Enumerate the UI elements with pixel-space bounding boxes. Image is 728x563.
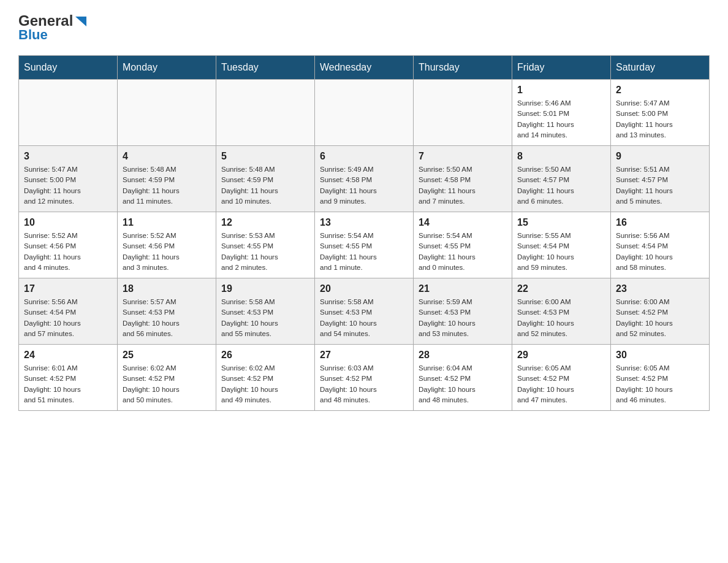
calendar-day-cell: 11Sunrise: 5:52 AM Sunset: 4:56 PM Dayli… <box>118 212 216 278</box>
day-number: 7 <box>419 151 507 162</box>
day-info: Sunrise: 6:02 AM Sunset: 4:52 PM Dayligh… <box>123 363 211 405</box>
day-info: Sunrise: 5:59 AM Sunset: 4:53 PM Dayligh… <box>419 297 507 339</box>
day-info: Sunrise: 5:46 AM Sunset: 5:01 PM Dayligh… <box>517 98 605 140</box>
day-number: 2 <box>616 85 704 96</box>
day-info: Sunrise: 5:51 AM Sunset: 4:57 PM Dayligh… <box>616 164 704 207</box>
day-info: Sunrise: 5:56 AM Sunset: 4:54 PM Dayligh… <box>24 297 112 339</box>
day-info: Sunrise: 6:00 AM Sunset: 4:53 PM Dayligh… <box>517 297 605 339</box>
day-number: 9 <box>616 151 704 162</box>
calendar-day-cell: 20Sunrise: 5:58 AM Sunset: 4:53 PM Dayli… <box>315 278 414 345</box>
calendar-day-header: Sunday <box>19 56 118 80</box>
calendar-day-header: Friday <box>512 56 611 80</box>
day-info: Sunrise: 6:04 AM Sunset: 4:52 PM Dayligh… <box>419 363 507 405</box>
day-info: Sunrise: 5:52 AM Sunset: 4:56 PM Dayligh… <box>123 231 211 273</box>
day-number: 5 <box>221 151 309 162</box>
page-header: General Blue <box>18 12 710 43</box>
day-info: Sunrise: 6:01 AM Sunset: 4:52 PM Dayligh… <box>24 363 112 405</box>
calendar-day-cell: 9Sunrise: 5:51 AM Sunset: 4:57 PM Daylig… <box>611 146 710 212</box>
calendar-day-header: Wednesday <box>315 56 414 80</box>
calendar-day-cell: 10Sunrise: 5:52 AM Sunset: 4:56 PM Dayli… <box>19 212 118 278</box>
day-info: Sunrise: 5:57 AM Sunset: 4:53 PM Dayligh… <box>123 297 211 339</box>
calendar-day-cell: 25Sunrise: 6:02 AM Sunset: 4:52 PM Dayli… <box>118 345 216 411</box>
day-number: 28 <box>419 350 507 361</box>
calendar-table: SundayMondayTuesdayWednesdayThursdayFrid… <box>18 55 710 411</box>
day-number: 17 <box>24 283 112 294</box>
day-info: Sunrise: 5:47 AM Sunset: 5:00 PM Dayligh… <box>616 98 704 140</box>
day-number: 10 <box>24 217 112 228</box>
calendar-day-cell: 14Sunrise: 5:54 AM Sunset: 4:55 PM Dayli… <box>414 212 512 278</box>
calendar-week-row: 10Sunrise: 5:52 AM Sunset: 4:56 PM Dayli… <box>19 212 710 278</box>
day-number: 24 <box>24 350 112 361</box>
calendar-day-header: Tuesday <box>216 56 315 80</box>
day-number: 14 <box>419 217 507 228</box>
calendar-day-cell <box>216 80 315 146</box>
day-info: Sunrise: 6:05 AM Sunset: 4:52 PM Dayligh… <box>616 363 704 405</box>
calendar-header-row: SundayMondayTuesdayWednesdayThursdayFrid… <box>19 56 710 80</box>
calendar-week-row: 1Sunrise: 5:46 AM Sunset: 5:01 PM Daylig… <box>19 80 710 146</box>
calendar-day-header: Saturday <box>611 56 710 80</box>
day-info: Sunrise: 6:02 AM Sunset: 4:52 PM Dayligh… <box>221 363 309 405</box>
calendar-day-cell: 30Sunrise: 6:05 AM Sunset: 4:52 PM Dayli… <box>611 345 710 411</box>
day-info: Sunrise: 5:48 AM Sunset: 4:59 PM Dayligh… <box>221 164 309 207</box>
calendar-day-cell: 12Sunrise: 5:53 AM Sunset: 4:55 PM Dayli… <box>216 212 315 278</box>
day-number: 12 <box>221 217 309 228</box>
calendar-day-cell <box>414 80 512 146</box>
calendar-day-cell: 24Sunrise: 6:01 AM Sunset: 4:52 PM Dayli… <box>19 345 118 411</box>
calendar-day-cell: 3Sunrise: 5:47 AM Sunset: 5:00 PM Daylig… <box>19 146 118 212</box>
calendar-day-cell: 18Sunrise: 5:57 AM Sunset: 4:53 PM Dayli… <box>118 278 216 345</box>
calendar-day-cell: 6Sunrise: 5:49 AM Sunset: 4:58 PM Daylig… <box>315 146 414 212</box>
day-number: 1 <box>517 85 605 96</box>
day-number: 16 <box>616 217 704 228</box>
day-number: 25 <box>123 350 211 361</box>
day-number: 27 <box>320 350 408 361</box>
day-info: Sunrise: 5:50 AM Sunset: 4:57 PM Dayligh… <box>517 164 605 207</box>
day-info: Sunrise: 5:52 AM Sunset: 4:56 PM Dayligh… <box>24 231 112 273</box>
calendar-day-cell: 17Sunrise: 5:56 AM Sunset: 4:54 PM Dayli… <box>19 278 118 345</box>
calendar-day-cell: 2Sunrise: 5:47 AM Sunset: 5:00 PM Daylig… <box>611 80 710 146</box>
calendar-day-cell: 7Sunrise: 5:50 AM Sunset: 4:58 PM Daylig… <box>414 146 512 212</box>
logo-triangle-icon <box>74 15 88 28</box>
day-info: Sunrise: 5:49 AM Sunset: 4:58 PM Dayligh… <box>320 164 408 207</box>
calendar-day-cell: 19Sunrise: 5:58 AM Sunset: 4:53 PM Dayli… <box>216 278 315 345</box>
calendar-day-cell: 8Sunrise: 5:50 AM Sunset: 4:57 PM Daylig… <box>512 146 611 212</box>
calendar-day-cell <box>315 80 414 146</box>
day-info: Sunrise: 5:54 AM Sunset: 4:55 PM Dayligh… <box>320 231 408 273</box>
svg-marker-0 <box>75 17 86 26</box>
calendar-day-cell: 23Sunrise: 6:00 AM Sunset: 4:52 PM Dayli… <box>611 278 710 345</box>
day-number: 15 <box>517 217 605 228</box>
day-info: Sunrise: 6:03 AM Sunset: 4:52 PM Dayligh… <box>320 363 408 405</box>
day-number: 8 <box>517 151 605 162</box>
day-number: 21 <box>419 283 507 294</box>
calendar-week-row: 3Sunrise: 5:47 AM Sunset: 5:00 PM Daylig… <box>19 146 710 212</box>
day-info: Sunrise: 5:50 AM Sunset: 4:58 PM Dayligh… <box>419 164 507 207</box>
day-number: 29 <box>517 350 605 361</box>
calendar-day-cell <box>118 80 216 146</box>
calendar-day-cell: 21Sunrise: 5:59 AM Sunset: 4:53 PM Dayli… <box>414 278 512 345</box>
day-info: Sunrise: 6:05 AM Sunset: 4:52 PM Dayligh… <box>517 363 605 405</box>
calendar-day-cell: 26Sunrise: 6:02 AM Sunset: 4:52 PM Dayli… <box>216 345 315 411</box>
day-number: 6 <box>320 151 408 162</box>
day-info: Sunrise: 5:54 AM Sunset: 4:55 PM Dayligh… <box>419 231 507 273</box>
day-number: 20 <box>320 283 408 294</box>
day-number: 19 <box>221 283 309 294</box>
calendar-day-header: Thursday <box>414 56 512 80</box>
calendar-day-cell: 29Sunrise: 6:05 AM Sunset: 4:52 PM Dayli… <box>512 345 611 411</box>
day-info: Sunrise: 5:56 AM Sunset: 4:54 PM Dayligh… <box>616 231 704 273</box>
day-number: 22 <box>517 283 605 294</box>
logo-blue-text: Blue <box>18 27 48 43</box>
day-info: Sunrise: 5:55 AM Sunset: 4:54 PM Dayligh… <box>517 231 605 273</box>
day-number: 3 <box>24 151 112 162</box>
day-number: 23 <box>616 283 704 294</box>
calendar-day-cell: 28Sunrise: 6:04 AM Sunset: 4:52 PM Dayli… <box>414 345 512 411</box>
calendar-day-cell: 16Sunrise: 5:56 AM Sunset: 4:54 PM Dayli… <box>611 212 710 278</box>
day-info: Sunrise: 5:58 AM Sunset: 4:53 PM Dayligh… <box>320 297 408 339</box>
calendar-day-cell <box>19 80 118 146</box>
calendar-day-cell: 5Sunrise: 5:48 AM Sunset: 4:59 PM Daylig… <box>216 146 315 212</box>
day-number: 26 <box>221 350 309 361</box>
day-number: 4 <box>123 151 211 162</box>
calendar-day-cell: 13Sunrise: 5:54 AM Sunset: 4:55 PM Dayli… <box>315 212 414 278</box>
day-number: 30 <box>616 350 704 361</box>
calendar-day-cell: 1Sunrise: 5:46 AM Sunset: 5:01 PM Daylig… <box>512 80 611 146</box>
calendar-week-row: 24Sunrise: 6:01 AM Sunset: 4:52 PM Dayli… <box>19 345 710 411</box>
calendar-day-cell: 4Sunrise: 5:48 AM Sunset: 4:59 PM Daylig… <box>118 146 216 212</box>
